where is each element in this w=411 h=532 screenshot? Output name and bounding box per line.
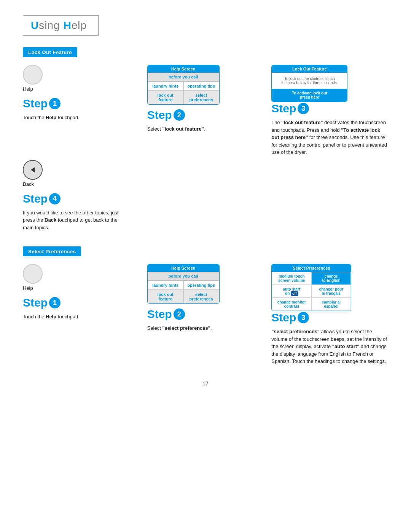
help-screen-mockup-1: Help Screen before you call laundry hint… [147, 65, 220, 105]
hs-before-you-call-2: before you call [148, 272, 219, 280]
hs-select-pref-1[interactable]: selectpreferences [183, 91, 219, 104]
back-label: Back [23, 181, 388, 187]
sp-cell-3a[interactable]: change monitorcontrast [272, 298, 311, 311]
s2-step2-number: 2 [174, 308, 185, 320]
hs-before-you-call-1: before you call [148, 73, 219, 81]
step2-text: Select "lock out feature". [147, 125, 264, 133]
section-selectpref: Select Preferences Help Step 1 Touch the… [23, 246, 388, 365]
help-button[interactable] [23, 65, 43, 85]
step3-text: The "lock out feature" deactivates the t… [271, 119, 388, 156]
s2-step2-text: Select "select preferences". [147, 324, 264, 332]
step4-number: 4 [49, 193, 61, 204]
step1-number: 1 [49, 98, 61, 109]
hs-lock-out-1[interactable]: lock outfeature [148, 91, 183, 104]
s2-step3-word: Step [271, 311, 296, 324]
help-label: Help [23, 86, 140, 92]
sp-cell-2a[interactable]: auto starton off [272, 285, 311, 298]
sp-cell-1a[interactable]: medium touchscreen volume [272, 272, 311, 285]
section1-header: Lock Out Feature [23, 47, 77, 57]
hs-laundry-hints-2[interactable]: laundry hints [148, 281, 183, 290]
s2-step1-word: Step [23, 296, 48, 309]
step2-number: 2 [174, 109, 185, 121]
step4-label: Step 4 [23, 192, 388, 205]
s2-step1-number: 1 [49, 297, 61, 308]
step1-text: Touch the Help touchpad. [23, 114, 140, 121]
step1-col: Help Step 1 Touch the Help touchpad. [23, 65, 140, 121]
step4-text: If you would like to see the other topic… [23, 209, 122, 232]
steps-row-2: Help Step 1 Touch the Help touchpad. Hel… [23, 264, 388, 365]
step2-col: Help Screen before you call laundry hint… [147, 65, 264, 133]
page-number: 17 [23, 380, 388, 387]
selectpref-mockup: Select Preferences medium touchscreen vo… [271, 264, 351, 311]
page-title: Using Help [31, 19, 87, 31]
s2-help-button[interactable] [23, 264, 43, 284]
sp-cell-2b[interactable]: changer pourle français [311, 285, 351, 298]
hs-header-1: Help Screen [148, 65, 219, 73]
s2-step2-word: Step [147, 308, 172, 321]
s2-help-label: Help [23, 285, 140, 291]
lom-header: Lock Out Feature [272, 65, 347, 73]
s2-step1-label: Step 1 [23, 296, 140, 309]
step3-number: 3 [298, 103, 309, 114]
s2-step3-col: Select Preferences medium touchscreen vo… [271, 264, 388, 365]
hs-header-2: Help Screen [148, 264, 219, 272]
back-button[interactable] [23, 160, 43, 180]
step4-word: Step [23, 192, 48, 205]
sp-grid: medium touchscreen volume changeto Engli… [272, 272, 351, 311]
hs-operating-tips-2[interactable]: operating tips [183, 281, 219, 290]
help-screen-mockup-2: Help Screen before you call laundry hint… [147, 264, 220, 304]
s2-step3-label: Step 3 [271, 311, 388, 324]
lockout-mockup: Lock Out Feature To lock out the control… [271, 65, 347, 102]
page-title-box: Using Help [23, 15, 99, 36]
s2-step3-text: "select preferences" allows you to selec… [271, 328, 388, 365]
hs-grid-1: laundry hints operating tips lock outfea… [148, 81, 219, 104]
step3-word: Step [271, 102, 296, 115]
sp-cell-1b[interactable]: changeto English [311, 272, 351, 285]
sp-header: Select Preferences [272, 264, 351, 272]
hs-lock-out-2[interactable]: lock outfeature [148, 290, 183, 304]
sp-cell-3b[interactable]: cambiar alespañol [311, 298, 351, 311]
hs-select-pref-2[interactable]: selectpreferences [183, 290, 219, 304]
section2-header: Select Preferences [23, 246, 81, 256]
step2-word: Step [147, 109, 172, 121]
lom-body: To lock out the controls, touchthe area … [272, 73, 347, 89]
lom-footer[interactable]: To activate lock outpress here [272, 89, 347, 102]
steps-row-1: Help Step 1 Touch the Help touchpad. Hel… [23, 65, 388, 156]
hs-operating-tips-1[interactable]: operating tips [183, 81, 219, 91]
step1-label: Step 1 [23, 97, 140, 110]
step1-word: Step [23, 97, 48, 110]
svg-marker-0 [31, 167, 35, 173]
s2-step1-text: Touch the Help touchpad. [23, 313, 140, 321]
step3-label: Step 3 [271, 102, 388, 115]
s2-step1-col: Help Step 1 Touch the Help touchpad. [23, 264, 140, 321]
s2-step3-number: 3 [298, 312, 309, 323]
step2-label: Step 2 [147, 109, 264, 121]
section-lockout: Lock Out Feature Help Step 1 Touch the H… [23, 47, 388, 231]
step3-col: Lock Out Feature To lock out the control… [271, 65, 388, 156]
s2-step2-label: Step 2 [147, 308, 264, 321]
hs-laundry-hints-1[interactable]: laundry hints [148, 81, 183, 91]
s2-step2-col: Help Screen before you call laundry hint… [147, 264, 264, 332]
hs-grid-2: laundry hints operating tips lock outfea… [148, 280, 219, 304]
step4-row: Back Step 4 If you would like to see the… [23, 160, 388, 232]
